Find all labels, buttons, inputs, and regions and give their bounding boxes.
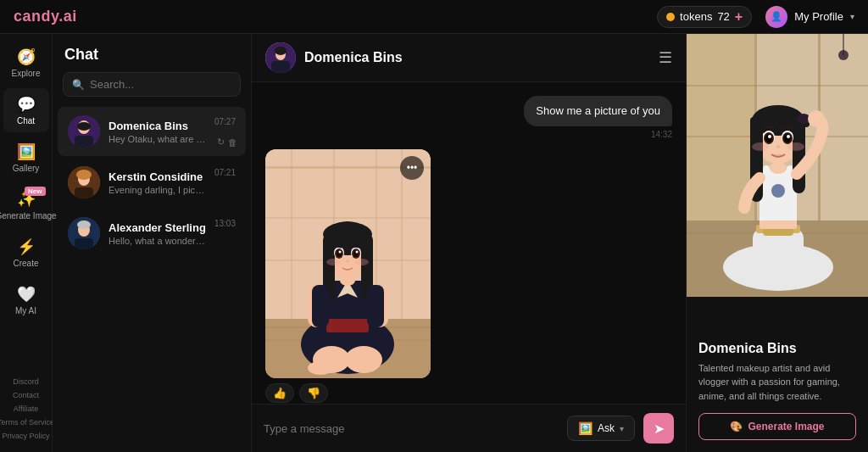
chat-header-name: Domenica Bins [304,50,403,65]
chat-menu-button[interactable]: ☰ [659,48,672,67]
svg-point-93 [787,142,804,151]
domenica-avatar-img [68,115,100,148]
affiliate-link[interactable]: Affiliate [14,403,38,415]
profile-button[interactable]: 👤 My Profile ▾ [765,6,854,28]
chat-info: Kerstin Considine Evening darling, I pic… [108,170,206,195]
alexander-avatar-img [68,217,100,249]
logo: candy.ai [14,8,77,25]
chat-icon: 💬 [17,95,36,114]
search-icon: 🔍 [72,79,85,91]
avatar [68,217,100,249]
image-menu-button[interactable]: ••• [400,156,424,180]
refresh-icon[interactable]: ↻ [217,137,225,148]
message-row: ••• 👍 👎 [265,149,672,403]
character-image-panel [687,34,868,329]
chat-sidebar: Chat 🔍 Dome [53,34,252,452]
topbar-right: tokens 72 + 👤 My Profile ▾ [657,6,854,28]
svg-point-90 [787,135,790,138]
avatar [68,115,100,148]
svg-rect-2 [75,136,93,148]
svg-point-54 [345,346,382,373]
sidebar-item-explore[interactable]: 🧭 Explore [3,41,49,85]
chat-list-item[interactable]: Alexander Sterling Hello, what a wonderf… [58,209,246,258]
chat-label: Chat [17,116,35,126]
svg-rect-11 [75,238,93,249]
delete-icon[interactable]: 🗑 [228,137,237,148]
svg-rect-20 [265,217,431,219]
sidebar-title: Chat [53,34,251,72]
chat-list-item[interactable]: Domenica Bins Hey Otaku, what are you...… [58,107,246,156]
svg-point-10 [77,220,91,229]
generate-image-button[interactable]: 🎨 Generate Image [698,413,856,440]
svg-rect-14 [271,61,290,73]
svg-point-91 [776,145,781,148]
chat-name: Domenica Bins [108,120,206,132]
character-image [265,149,431,378]
sidebar-item-myai[interactable]: 🤍 My AI [3,278,49,322]
svg-point-37 [323,222,372,246]
svg-point-3 [77,122,91,131]
thumbs-down-button[interactable]: 👎 [299,383,328,403]
svg-point-47 [326,259,340,265]
svg-rect-73 [760,220,797,229]
chat-area: Domenica Bins ☰ Show me a picture of you… [252,34,686,452]
chevron-down-icon: ▾ [850,12,854,21]
topbar: candy.ai tokens 72 + 👤 My Profile ▾ [0,0,868,34]
svg-rect-22 [291,149,292,319]
right-panel-info: Domenica Bins Talented makeup artist and… [687,329,868,453]
sidebar-item-create[interactable]: ⚡ Create [3,231,49,275]
avatar [68,166,100,198]
chat-name: Kerstin Considine [108,170,206,183]
logo-ai: .ai [58,8,77,25]
message-time: 14:32 [651,130,672,139]
svg-point-89 [768,135,771,138]
chat-time: 07:27 [214,117,236,126]
sidebar-item-gallery[interactable]: 🖼️ Gallery [3,136,49,180]
myai-label: My AI [15,306,36,315]
chat-list: Domenica Bins Hey Otaku, what are you...… [53,105,251,452]
send-icon: ➤ [654,421,665,437]
chat-info: Alexander Sterling Hello, what a wonderf… [108,221,206,246]
discord-link[interactable]: Discord [13,376,39,388]
chat-actions: ↻ 🗑 [217,137,237,148]
svg-point-6 [76,170,92,180]
svg-point-55 [308,361,333,375]
tos-link[interactable]: Terms of Service [0,416,54,428]
token-icon [666,13,675,21]
chat-preview: Evening darling, I picked ... [108,185,206,195]
new-badge: New [25,187,45,196]
svg-rect-31 [326,319,369,332]
profile-label: My Profile [794,10,843,23]
message-bubble: Show me a picture of you [524,96,672,126]
ask-label: Ask [598,422,615,434]
sidebar-item-generate[interactable]: New ✨ Generate Image [3,183,49,227]
message-input[interactable] [264,417,559,440]
generate-label: Generate Image [0,211,57,220]
svg-point-15 [275,47,287,55]
search-box[interactable]: 🔍 [63,72,241,97]
right-panel: Domenica Bins Talented makeup artist and… [686,34,868,452]
right-panel-desc: Talented makeup artist and avid vlogger … [698,361,856,404]
privacy-link[interactable]: Privacy Policy [3,430,50,442]
myai-icon: 🤍 [17,285,36,304]
thumbs-up-button[interactable]: 👍 [265,383,294,403]
left-nav: 🧭 Explore 💬 Chat 🖼️ Gallery New ✨ Genera… [0,34,53,452]
add-tokens-button[interactable]: + [735,9,743,25]
svg-point-45 [356,251,359,254]
ask-button[interactable]: 🖼️ Ask ▾ [567,416,635,441]
search-input[interactable] [90,78,231,91]
chat-name: Alexander Sterling [108,221,206,234]
sidebar-item-chat[interactable]: 💬 Chat [3,88,49,132]
chat-messages: Show me a picture of you 14:32 [252,82,686,404]
chat-list-item[interactable]: Kerstin Considine Evening darling, I pic… [58,158,246,207]
main-layout: 🧭 Explore 💬 Chat 🖼️ Gallery New ✨ Genera… [0,34,868,452]
contact-link[interactable]: Contact [13,389,39,401]
chat-header-avatar [265,42,296,73]
kerstin-avatar-img [68,166,100,198]
image-icon: 🎨 [730,421,743,432]
svg-rect-7 [75,187,93,198]
svg-point-92 [752,142,769,151]
create-label: Create [13,259,38,268]
send-button[interactable]: ➤ [643,413,674,444]
message-row: Show me a picture of you 14:32 [265,96,672,139]
